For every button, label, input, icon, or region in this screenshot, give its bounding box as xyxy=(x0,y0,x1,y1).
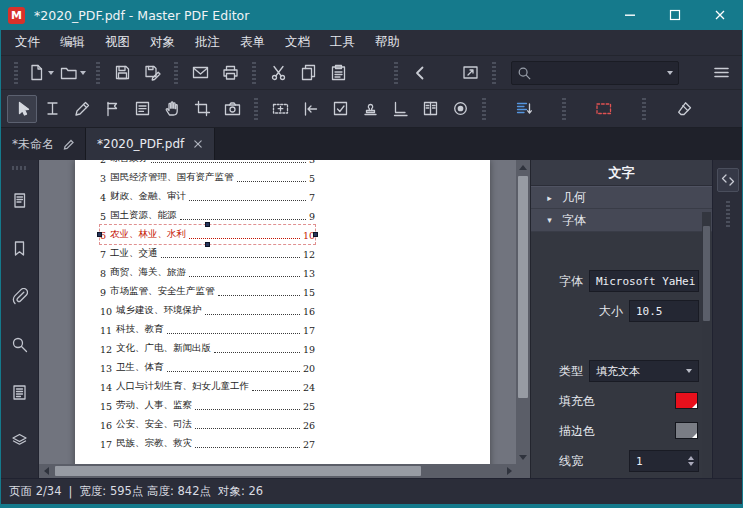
menu-document[interactable]: 文档 xyxy=(275,30,320,55)
tab-order-tool-button[interactable] xyxy=(295,95,325,123)
minimize-button[interactable] xyxy=(607,0,652,30)
search-input[interactable] xyxy=(531,66,664,80)
save-button[interactable] xyxy=(107,59,137,87)
toolbar-drag-handle[interactable] xyxy=(482,98,486,120)
snapshot-tool-button[interactable] xyxy=(217,95,247,123)
toc-line[interactable]: 11科技、教育17 xyxy=(100,320,315,339)
line-spacing-tool-button[interactable] xyxy=(509,95,539,123)
tab-untitled[interactable]: *未命名 xyxy=(1,128,86,160)
form-list-tool-button[interactable] xyxy=(127,95,157,123)
toc-line[interactable]: 10城乡建设、环境保护16 xyxy=(100,301,315,320)
toc-line[interactable]: 14人口与计划生育、妇女儿童工作24 xyxy=(100,377,315,396)
search-box[interactable] xyxy=(511,61,679,85)
font-size-field[interactable]: 10.5 xyxy=(629,300,699,322)
page-thumbnails-button[interactable] xyxy=(5,185,35,215)
new-file-button[interactable] xyxy=(25,59,57,87)
save-as-button[interactable] xyxy=(137,59,167,87)
scroll-right-button[interactable] xyxy=(502,464,516,478)
fill-color-swatch[interactable] xyxy=(675,392,698,409)
toolbar-menu-button[interactable] xyxy=(706,59,736,87)
edit-pencil-icon[interactable] xyxy=(63,139,74,150)
font-family-field[interactable]: Microsoft YaHei xyxy=(589,270,699,292)
dashed-selection-tool-button[interactable] xyxy=(589,95,619,123)
toc-line[interactable]: 17民族、宗教、救灾27 xyxy=(100,434,315,453)
menu-annotate[interactable]: 批注 xyxy=(185,30,230,55)
menu-file[interactable]: 文件 xyxy=(5,30,50,55)
crop-tool-button[interactable] xyxy=(187,95,217,123)
edit-text-tool-button[interactable] xyxy=(37,95,67,123)
horizontal-scroll-thumb[interactable] xyxy=(55,466,421,476)
scroll-up-button[interactable] xyxy=(516,160,530,174)
open-file-button[interactable] xyxy=(57,59,89,87)
select-tool-button[interactable] xyxy=(7,95,37,123)
pdf-viewport[interactable]: 2综合政务33国民经济管理、国有资产监管54财政、金融、审计75国土资源、能源9… xyxy=(39,160,516,464)
scroll-left-button[interactable] xyxy=(39,464,53,478)
toolbar-drag-handle[interactable] xyxy=(394,62,398,84)
toolbar-drag-handle[interactable] xyxy=(642,98,646,120)
spinner-buttons[interactable] xyxy=(685,456,696,466)
toolbar-drag-handle[interactable] xyxy=(96,62,100,84)
hand-tool-button[interactable] xyxy=(157,95,187,123)
copy-button[interactable] xyxy=(293,59,323,87)
maximize-button[interactable] xyxy=(652,0,697,30)
print-button[interactable] xyxy=(215,59,245,87)
stamp-tool-button[interactable] xyxy=(355,95,385,123)
close-button[interactable] xyxy=(697,0,742,30)
title-bar[interactable]: M *2020_PDF.pdf - Master PDF Editor xyxy=(1,0,742,30)
toc-line[interactable]: 2综合政务3 xyxy=(100,160,315,168)
checkbox-tool-button[interactable] xyxy=(325,95,355,123)
menu-object[interactable]: 对象 xyxy=(140,30,185,55)
toolbar-drag-handle[interactable] xyxy=(254,98,258,120)
toc-line[interactable]: 8商贸、海关、旅游13 xyxy=(100,263,315,282)
pdf-view-area[interactable]: 2综合政务33国民经济管理、国有资产监管54财政、金融、审计75国土资源、能源9… xyxy=(39,160,530,478)
menu-edit[interactable]: 编辑 xyxy=(50,30,95,55)
panel-scroll-thumb[interactable] xyxy=(703,226,710,321)
paste-button[interactable] xyxy=(323,59,353,87)
cut-button[interactable] xyxy=(263,59,293,87)
menu-form[interactable]: 表单 xyxy=(230,30,275,55)
tab-2020-pdf[interactable]: *2020_PDF.pdf xyxy=(86,128,215,160)
edit-object-tool-button[interactable] xyxy=(67,95,97,123)
search-panel-button[interactable] xyxy=(5,329,35,359)
eraser-tool-button[interactable] xyxy=(669,95,699,123)
expand-view-button[interactable] xyxy=(455,59,485,87)
toc-line[interactable]: 3国民经济管理、国有资产监管5 xyxy=(100,168,315,187)
sidebar-drag-handle[interactable] xyxy=(12,166,28,170)
selection-handle[interactable] xyxy=(97,232,102,237)
radio-button-tool-button[interactable] xyxy=(445,95,475,123)
toc-line[interactable]: 16公安、安全、司法26 xyxy=(100,415,315,434)
toc-line[interactable]: 7工业、交通12 xyxy=(100,244,315,263)
add-text-field-tool-button[interactable] xyxy=(265,95,295,123)
panel-scrollbar[interactable] xyxy=(702,212,711,478)
section-font[interactable]: ▾ 字体 xyxy=(531,209,712,232)
baseline-tool-button[interactable] xyxy=(385,95,415,123)
toc-line[interactable]: 12文化、广电、新闻出版19 xyxy=(100,339,315,358)
toc-line[interactable]: 13卫生、体育20 xyxy=(100,358,315,377)
pdf-page[interactable]: 2综合政务33国民经济管理、国有资产监管54财政、金融、审计75国土资源、能源9… xyxy=(75,160,490,464)
bookmarks-button[interactable] xyxy=(5,233,35,263)
horizontal-scrollbar[interactable] xyxy=(39,464,516,478)
menu-view[interactable]: 视图 xyxy=(95,30,140,55)
stroke-color-swatch[interactable] xyxy=(675,422,698,439)
close-icon[interactable] xyxy=(193,139,203,149)
toolbar-drag-handle[interactable] xyxy=(492,62,496,84)
selection-handle[interactable] xyxy=(313,232,318,237)
toolbar-drag-handle[interactable] xyxy=(14,62,18,84)
toc-line[interactable]: 6农业、林业、水利10 xyxy=(100,225,315,244)
vertical-scrollbar[interactable] xyxy=(516,160,530,464)
selection-handle[interactable] xyxy=(205,222,210,227)
toolbar-drag-handle[interactable] xyxy=(174,62,178,84)
menu-tools[interactable]: 工具 xyxy=(320,30,365,55)
scroll-down-button[interactable] xyxy=(516,450,530,464)
back-button[interactable] xyxy=(405,59,435,87)
layers-button[interactable] xyxy=(5,425,35,455)
toggle-panels-button[interactable] xyxy=(717,168,739,192)
vertical-scroll-thumb[interactable] xyxy=(518,176,528,398)
section-geometry[interactable]: ▸ 几何 xyxy=(531,186,712,209)
list-columns-tool-button[interactable] xyxy=(415,95,445,123)
attachments-button[interactable] xyxy=(5,281,35,311)
toolbar-drag-handle[interactable] xyxy=(252,62,256,84)
toc-line[interactable]: 9市场监管、安全生产监管15 xyxy=(100,282,315,301)
line-width-spinner[interactable]: 1 xyxy=(629,450,699,472)
toc-line[interactable]: 15劳动、人事、监察25 xyxy=(100,396,315,415)
